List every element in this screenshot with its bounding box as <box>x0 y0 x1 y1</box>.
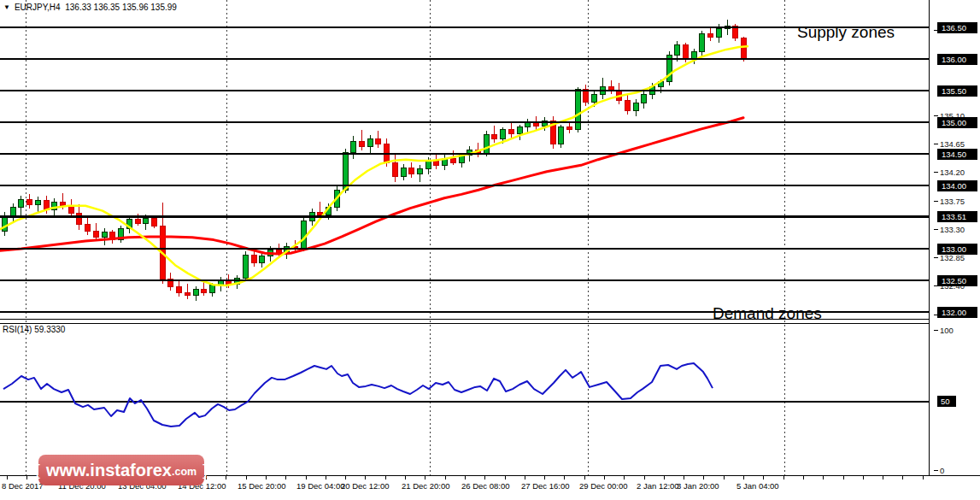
price-tick-label: 133.30 <box>940 226 965 234</box>
time-axis-tick <box>743 476 744 479</box>
time-axis-label: 3 Jan 20:00 <box>677 481 719 491</box>
time-axis-tick <box>564 476 565 479</box>
time-axis-tick <box>902 476 903 479</box>
rsi-50-badge: 50 <box>937 396 956 407</box>
time-axis-tick <box>445 476 446 479</box>
time-axis-tick <box>624 476 625 479</box>
time-axis-tick <box>724 476 725 479</box>
time-axis-tick <box>803 476 804 479</box>
rsi-scale-label-0: 0 <box>940 467 944 475</box>
time-axis-tick <box>345 476 346 479</box>
time-axis-label: 21 Dec 20:00 <box>402 481 450 491</box>
candlesticks <box>2 20 746 301</box>
time-axis-tick <box>246 476 247 479</box>
rsi-indicator-label: RSI(14) 59.3330 <box>3 325 65 334</box>
price-tick-label: 134.20 <box>940 168 965 177</box>
time-axis-label: 27 Dec 16:00 <box>521 481 570 491</box>
time-axis-label: 15 Dec 20:00 <box>238 481 286 491</box>
time-axis-tick <box>405 476 406 479</box>
time-axis-tick <box>604 476 605 479</box>
time-axis-tick <box>684 476 684 479</box>
time-axis-label: 2 Jan 12:00 <box>637 481 679 491</box>
time-axis-label: 8 Dec 2017 <box>2 481 44 491</box>
demand-zones-annotation: Demand zones <box>713 304 822 323</box>
watermark-site-tld: .com <box>172 462 197 478</box>
watermark-bracket-left: [ <box>36 461 40 479</box>
time-axis-label: 19 Dec 04:00 <box>296 481 345 491</box>
price-level-badge: 132.50 <box>937 275 977 286</box>
chart-title-ohlc: EURJPY,H4 136.33 136.35 135.96 135.99 <box>15 3 177 12</box>
price-level-badge: 136.00 <box>937 54 977 65</box>
time-axis-tick <box>843 476 844 479</box>
time-axis-tick <box>644 476 645 479</box>
price-tick-label: 133.75 <box>940 197 965 206</box>
time-axis-tick <box>544 476 545 479</box>
symbol-dropdown-icon[interactable]: ▼ <box>3 3 10 12</box>
price-tick-label: 132.85 <box>940 254 965 262</box>
price-tick-label: 134.65 <box>940 140 965 149</box>
time-axis-tick <box>306 476 307 479</box>
price-level-badge: 134.50 <box>937 149 977 160</box>
time-axis-label: 26 Dec 08:00 <box>461 481 510 491</box>
price-level-badge: 133.51 <box>937 211 977 222</box>
price-level-badge: 135.00 <box>937 117 977 128</box>
chart-title-bar: ▼ EURJPY,H4 136.33 136.35 135.96 135.99 <box>3 3 177 12</box>
rsi-scale-label-100: 100 <box>940 326 954 335</box>
time-axis-tick <box>365 476 366 479</box>
watermark-site-name: www.instaforex <box>46 461 172 480</box>
time-axis-tick <box>285 476 286 479</box>
time-axis-tick <box>385 476 386 479</box>
price-level-badge: 135.50 <box>937 85 977 97</box>
supply-zones-annotation: Supply zones <box>797 23 895 42</box>
time-axis-tick <box>326 476 326 479</box>
watermark-bracket-right: ] <box>202 461 207 479</box>
time-axis-tick <box>703 476 704 479</box>
time-axis-tick <box>226 476 226 479</box>
time-axis-tick <box>525 476 525 479</box>
instaforex-watermark: [ www.instaforex .com ] <box>38 455 204 485</box>
time-axis-tick <box>26 476 27 479</box>
time-axis-label: 20 Dec 12:00 <box>341 481 390 491</box>
time-axis-tick <box>484 476 485 479</box>
time-axis-tick <box>465 476 466 479</box>
time-axis-tick <box>863 476 864 479</box>
price-level-badge: 133.00 <box>937 244 977 255</box>
time-axis-tick <box>505 476 506 479</box>
time-axis-tick <box>763 476 764 479</box>
time-axis-tick <box>883 476 883 479</box>
price-level-badge: 134.00 <box>937 180 977 191</box>
time-axis-tick <box>823 476 824 479</box>
price-level-lines <box>0 27 930 312</box>
time-axis-label: 5 Jan 04:00 <box>736 481 779 491</box>
price-chart-canvas[interactable] <box>0 0 930 476</box>
time-axis-tick <box>584 476 585 479</box>
time-axis-tick <box>664 476 665 479</box>
time-axis-tick <box>266 476 267 479</box>
time-axis-label: 29 Dec 00:00 <box>579 481 628 491</box>
mt4-chart-window: ▼ EURJPY,H4 136.33 136.35 135.96 135.99 … <box>0 0 980 500</box>
time-axis-tick <box>923 476 924 479</box>
time-axis-tick <box>783 476 784 479</box>
price-level-badge: 136.50 <box>937 22 977 33</box>
time-axis-tick <box>7 476 8 479</box>
price-level-badge: 132.00 <box>937 307 977 318</box>
rsi-line <box>3 363 713 426</box>
time-axis-tick <box>425 476 425 479</box>
price-axis[interactable]: 136.45135.10134.65134.20133.75133.30132.… <box>930 0 980 476</box>
